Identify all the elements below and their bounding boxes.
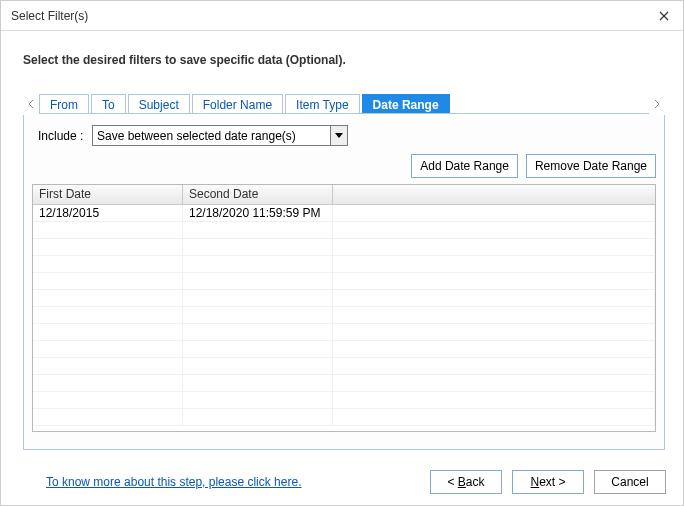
cell-first-date: 12/18/2015 bbox=[33, 205, 183, 221]
table-row: . bbox=[33, 256, 655, 273]
back-prefix: < bbox=[447, 475, 457, 489]
range-button-row: Add Date Range Remove Date Range bbox=[32, 154, 656, 178]
close-icon[interactable] bbox=[655, 7, 673, 25]
cell-spacer bbox=[333, 205, 655, 221]
table-row: . bbox=[33, 341, 655, 358]
remove-date-range-button[interactable]: Remove Date Range bbox=[526, 154, 656, 178]
back-button[interactable]: < Back bbox=[430, 470, 502, 494]
next-button[interactable]: Next > bbox=[512, 470, 584, 494]
next-underlined: N bbox=[530, 475, 539, 489]
date-range-grid: First Date Second Date 12/18/2015 12/18/… bbox=[32, 184, 656, 432]
table-row: . bbox=[33, 273, 655, 290]
chevron-down-icon[interactable] bbox=[330, 126, 347, 145]
tab-date-range[interactable]: Date Range bbox=[362, 94, 450, 113]
tab-to[interactable]: To bbox=[91, 94, 126, 113]
footer-buttons: < Back Next > Cancel bbox=[430, 470, 666, 494]
back-suffix: ack bbox=[466, 475, 485, 489]
table-row: . bbox=[33, 222, 655, 239]
grid-body[interactable]: 12/18/2015 12/18/2020 11:59:59 PM . . . … bbox=[33, 205, 655, 431]
window-title: Select Filter(s) bbox=[11, 9, 88, 23]
back-underlined: B bbox=[458, 475, 466, 489]
table-row: . bbox=[33, 409, 655, 426]
include-select[interactable]: Save between selected date range(s) bbox=[92, 125, 348, 146]
content-area: Select the desired filters to save speci… bbox=[1, 31, 683, 450]
add-date-range-button[interactable]: Add Date Range bbox=[411, 154, 518, 178]
table-row: . bbox=[33, 392, 655, 409]
include-select-value: Save between selected date range(s) bbox=[97, 129, 296, 143]
cell-second-date: 12/18/2020 11:59:59 PM bbox=[183, 205, 333, 221]
table-row: . bbox=[33, 358, 655, 375]
include-label: Include : bbox=[32, 129, 92, 143]
titlebar: Select Filter(s) bbox=[1, 1, 683, 31]
tabs-row: From To Subject Folder Name Item Type Da… bbox=[23, 93, 665, 115]
table-row: . bbox=[33, 290, 655, 307]
tab-item-type[interactable]: Item Type bbox=[285, 94, 359, 113]
col-header-first-date[interactable]: First Date bbox=[33, 185, 183, 204]
tabs-container: From To Subject Folder Name Item Type Da… bbox=[39, 94, 649, 114]
cancel-button[interactable]: Cancel bbox=[594, 470, 666, 494]
table-row: . bbox=[33, 324, 655, 341]
col-header-second-date[interactable]: Second Date bbox=[183, 185, 333, 204]
footer: To know more about this step, please cli… bbox=[0, 458, 684, 506]
tabs-scroll-left-icon[interactable] bbox=[23, 100, 39, 108]
help-link[interactable]: To know more about this step, please cli… bbox=[46, 475, 301, 489]
include-row: Include : Save between selected date ran… bbox=[32, 125, 656, 146]
table-row: . bbox=[33, 375, 655, 392]
col-header-spacer bbox=[333, 185, 655, 204]
grid-header: First Date Second Date bbox=[33, 185, 655, 205]
instruction-text: Select the desired filters to save speci… bbox=[23, 53, 665, 67]
table-row[interactable]: 12/18/2015 12/18/2020 11:59:59 PM bbox=[33, 205, 655, 222]
table-row: . bbox=[33, 307, 655, 324]
tab-subject[interactable]: Subject bbox=[128, 94, 190, 113]
tab-pane-date-range: Include : Save between selected date ran… bbox=[23, 115, 665, 450]
next-suffix: ext > bbox=[539, 475, 565, 489]
tab-from[interactable]: From bbox=[39, 94, 89, 113]
tab-folder-name[interactable]: Folder Name bbox=[192, 94, 283, 113]
tabs-scroll-right-icon[interactable] bbox=[649, 100, 665, 108]
table-row: . bbox=[33, 239, 655, 256]
